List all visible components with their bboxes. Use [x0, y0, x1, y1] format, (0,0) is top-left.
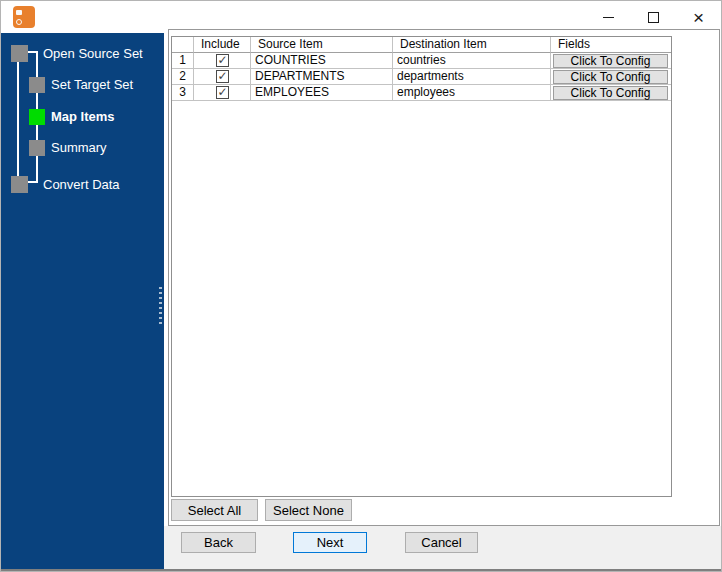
fields-cell: Click To Config [551, 53, 671, 69]
fields-cell: Click To Config [551, 85, 671, 101]
header-row-number [172, 37, 194, 53]
header-fields: Fields [551, 37, 671, 53]
table-row: 3 EMPLOYEES employees Click To Config [172, 85, 671, 101]
tree-connector [27, 51, 38, 53]
icon-detail-square [16, 10, 22, 15]
step-square-set-target-set[interactable] [29, 77, 45, 93]
row-number: 1 [172, 53, 194, 69]
mapping-table: Include Source Item Destination Item Fie… [171, 36, 672, 497]
cancel-button[interactable]: Cancel [405, 532, 478, 553]
minimize-icon [603, 17, 614, 18]
table-row: 1 COUNTRIES countries Click To Config [172, 53, 671, 69]
include-cell [194, 69, 251, 85]
wizard-steps-sidebar: Open Source Set Set Target Set Map Items… [1, 33, 164, 569]
step-square-convert-data[interactable] [11, 176, 28, 193]
table-row: 2 DEPARTMENTS departments Click To Confi… [172, 69, 671, 85]
app-database-icon [13, 6, 35, 28]
step-label-summary: Summary [51, 140, 107, 156]
destination-item-cell[interactable]: countries [393, 53, 551, 69]
step-square-open-source-set[interactable] [11, 45, 28, 62]
include-checkbox[interactable] [216, 86, 229, 99]
step-label-open-source-set: Open Source Set [43, 46, 143, 62]
row-number: 3 [172, 85, 194, 101]
splitter-grip[interactable] [159, 287, 162, 324]
include-checkbox[interactable] [216, 54, 229, 67]
source-item-cell[interactable]: COUNTRIES [251, 53, 393, 69]
select-none-button[interactable]: Select None [265, 499, 352, 521]
include-checkbox[interactable] [216, 70, 229, 83]
include-cell [194, 85, 251, 101]
include-cell [194, 53, 251, 69]
config-button[interactable]: Click To Config [553, 54, 668, 68]
select-all-button[interactable]: Select All [171, 499, 258, 521]
row-number: 2 [172, 69, 194, 85]
maximize-icon [648, 12, 659, 23]
next-button[interactable]: Next [293, 532, 367, 553]
source-item-cell[interactable]: EMPLOYEES [251, 85, 393, 101]
step-label-convert-data: Convert Data [43, 177, 120, 193]
header-include: Include [194, 37, 251, 53]
wizard-window: × Open Source Set Set Target Set Map Ite… [0, 0, 722, 572]
destination-item-cell[interactable]: employees [393, 85, 551, 101]
config-button[interactable]: Click To Config [553, 86, 668, 100]
source-item-cell[interactable]: DEPARTMENTS [251, 69, 393, 85]
tree-connector [27, 181, 38, 183]
close-icon: × [693, 8, 704, 27]
fields-cell: Click To Config [551, 69, 671, 85]
icon-detail-circle [16, 19, 22, 25]
step-square-map-items[interactable] [29, 109, 45, 125]
header-destination-item: Destination Item [393, 37, 551, 53]
step-label-set-target-set: Set Target Set [51, 77, 133, 93]
destination-item-cell[interactable]: departments [393, 69, 551, 85]
back-button[interactable]: Back [181, 532, 256, 553]
tree-connector [17, 62, 19, 176]
config-button[interactable]: Click To Config [553, 70, 668, 84]
step-square-summary[interactable] [29, 140, 45, 156]
header-source-item: Source Item [251, 37, 393, 53]
table-header-row: Include Source Item Destination Item Fie… [172, 37, 671, 53]
step-label-map-items: Map Items [51, 109, 115, 125]
